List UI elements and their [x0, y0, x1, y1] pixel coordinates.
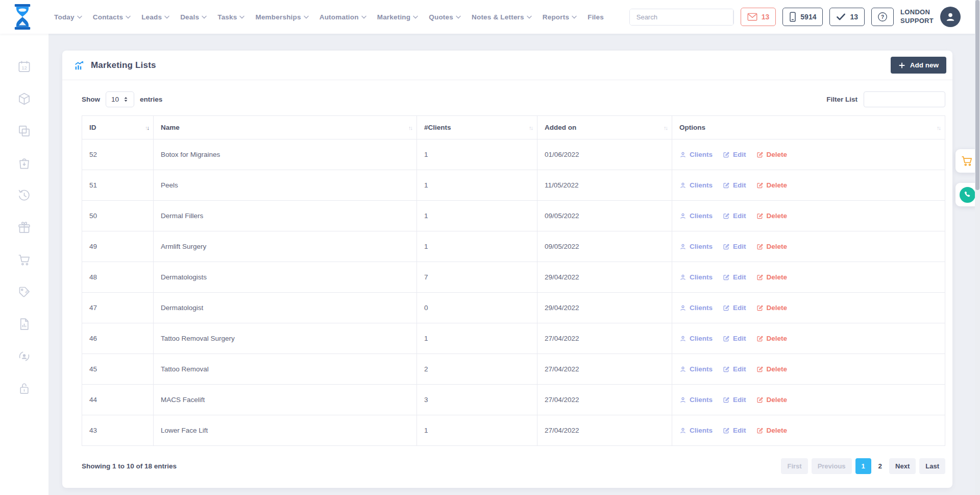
cell-name: Tattoo Removal	[154, 354, 417, 385]
cell-added-on: 27/04/2022	[537, 415, 672, 446]
sort-arrows-icon[interactable]: ↑↓	[529, 125, 532, 131]
table-row: 48 Dermatologists 7 29/04/2022 Clients E…	[82, 262, 945, 293]
delete-link[interactable]: Delete	[756, 365, 788, 373]
nav-item-files[interactable]: Files	[587, 13, 611, 21]
column-header-options[interactable]: Options ↑↓	[672, 116, 945, 139]
edit-link[interactable]: Edit	[723, 243, 746, 250]
delete-link[interactable]: Delete	[756, 212, 788, 220]
nav-item-today[interactable]: Today	[54, 13, 82, 21]
account-support-icon	[17, 349, 31, 363]
sort-arrows-icon[interactable]: ↑↓	[408, 125, 412, 131]
chevron-down-icon	[202, 15, 207, 19]
delete-link[interactable]: Delete	[756, 335, 788, 342]
pagination-next-button[interactable]: Next	[889, 458, 916, 474]
delete-link[interactable]: Delete	[756, 181, 788, 189]
sort-arrows-icon[interactable]: ↑↓	[145, 125, 149, 131]
delete-link[interactable]: Delete	[756, 243, 788, 250]
app-logo-hourglass-icon[interactable]	[12, 4, 33, 30]
column-header-added-on[interactable]: Added on ↑↓	[537, 116, 672, 139]
delete-link[interactable]: Delete	[756, 151, 788, 158]
clients-link[interactable]: Clients	[679, 243, 713, 250]
nav-item-notes-letters[interactable]: Notes & Letters	[472, 13, 532, 21]
clients-link[interactable]: Clients	[679, 365, 713, 373]
clients-link[interactable]: Clients	[679, 273, 713, 281]
search-button[interactable]	[733, 9, 734, 25]
pagination-previous-button[interactable]: Previous	[812, 458, 852, 474]
page-title: Marketing Lists	[74, 60, 156, 71]
edit-link[interactable]: Edit	[723, 151, 746, 158]
nav-item-deals[interactable]: Deals	[180, 13, 207, 21]
delete-link[interactable]: Delete	[756, 304, 788, 312]
page-length-select[interactable]: 10	[106, 91, 134, 107]
sidebar-item-orders[interactable]	[17, 156, 32, 170]
clients-link[interactable]: Clients	[679, 212, 713, 220]
cell-options: Clients Edit Delete	[672, 415, 945, 446]
help-button[interactable]: ?	[871, 8, 894, 26]
column-header-id[interactable]: ID ↑↓	[82, 116, 154, 139]
cell-clients: 2	[417, 354, 537, 385]
mail-badge-count: 13	[762, 13, 770, 21]
column-header--clients[interactable]: #Clients ↑↓	[417, 116, 537, 139]
nav-item-reports[interactable]: Reports	[543, 13, 577, 21]
edit-square-icon	[723, 396, 730, 404]
edit-link[interactable]: Edit	[723, 365, 746, 373]
nav-item-quotes[interactable]: Quotes	[429, 13, 461, 21]
delete-link[interactable]: Delete	[756, 427, 788, 434]
pagination-page-1-button[interactable]: 1	[855, 458, 871, 474]
edit-link[interactable]: Edit	[723, 273, 746, 281]
clients-link[interactable]: Clients	[679, 396, 713, 404]
sort-arrows-icon[interactable]: ↑↓	[664, 125, 667, 131]
nav-item-automation[interactable]: Automation	[320, 13, 366, 21]
edit-link[interactable]: Edit	[723, 181, 746, 189]
mail-notifications-button[interactable]: 13	[741, 8, 776, 26]
page-scrollbar[interactable]	[975, 0, 980, 495]
edit-link[interactable]: Edit	[723, 427, 746, 434]
edit-link[interactable]: Edit	[723, 396, 746, 404]
edit-link[interactable]: Edit	[723, 304, 746, 312]
cell-name: MACS Facelift	[154, 385, 417, 415]
tasks-done-button[interactable]: 13	[829, 8, 865, 26]
column-header-name[interactable]: Name ↑↓	[154, 116, 417, 139]
nav-item-memberships[interactable]: Memberships	[255, 13, 308, 21]
sidebar-item-account-support[interactable]	[17, 349, 32, 363]
calls-badge-count: 5914	[800, 13, 816, 21]
clients-link[interactable]: Clients	[679, 304, 713, 312]
cell-id: 52	[82, 139, 154, 170]
nav-item-contacts[interactable]: Contacts	[93, 13, 131, 21]
person-outline-icon	[679, 243, 687, 250]
edit-link[interactable]: Edit	[723, 335, 746, 342]
calls-button[interactable]: 5914	[782, 8, 823, 26]
sidebar-item-pricing[interactable]: $	[17, 285, 32, 299]
sort-arrows-icon[interactable]: ↑↓	[937, 125, 940, 131]
sidebar-item-security[interactable]	[17, 381, 32, 395]
pagination-first-button[interactable]: First	[781, 458, 807, 474]
scrollbar-thumb[interactable]	[975, 0, 979, 190]
cell-options: Clients Edit Delete	[672, 385, 945, 415]
user-avatar[interactable]	[940, 7, 961, 27]
entries-summary: Showing 1 to 10 of 18 entries	[82, 462, 177, 470]
nav-item-marketing[interactable]: Marketing	[377, 13, 419, 21]
clients-link[interactable]: Clients	[679, 427, 713, 434]
sidebar-item-duplicates[interactable]	[17, 124, 32, 138]
delete-link[interactable]: Delete	[756, 396, 788, 404]
delete-link[interactable]: Delete	[756, 273, 788, 281]
pagination-last-button[interactable]: Last	[919, 458, 945, 474]
edit-link[interactable]: Edit	[723, 212, 746, 220]
sidebar-item-reports[interactable]	[17, 317, 32, 331]
filter-input[interactable]	[864, 91, 945, 107]
pagination-page-2-button[interactable]: 2	[875, 462, 886, 470]
search-input[interactable]	[630, 9, 733, 25]
clients-link[interactable]: Clients	[679, 151, 713, 158]
sidebar-item-packages[interactable]	[17, 91, 32, 106]
chart-trending-up-icon	[74, 60, 85, 71]
nav-item-leads[interactable]: Leads	[141, 13, 169, 21]
sidebar-item-calendar[interactable]: 12	[17, 59, 32, 74]
sidebar-item-history[interactable]	[17, 188, 32, 202]
clients-link[interactable]: Clients	[679, 335, 713, 342]
nav-item-tasks[interactable]: Tasks	[217, 13, 244, 21]
clients-link[interactable]: Clients	[679, 181, 713, 189]
sidebar-item-gifts[interactable]	[17, 220, 32, 234]
sidebar-item-cart[interactable]	[17, 252, 32, 267]
add-new-button[interactable]: Add new	[891, 57, 946, 74]
cell-options: Clients Edit Delete	[672, 354, 945, 385]
